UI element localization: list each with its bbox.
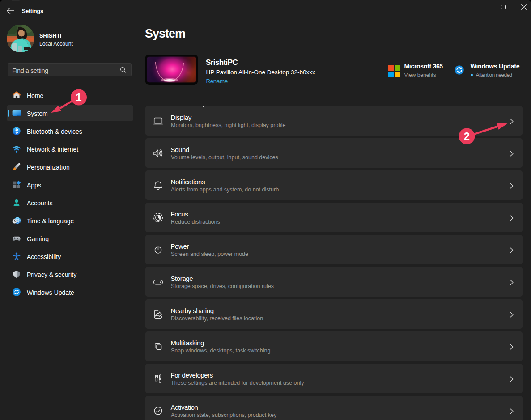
svg-text:1: 1 (76, 91, 81, 103)
svg-text:2: 2 (464, 130, 470, 142)
